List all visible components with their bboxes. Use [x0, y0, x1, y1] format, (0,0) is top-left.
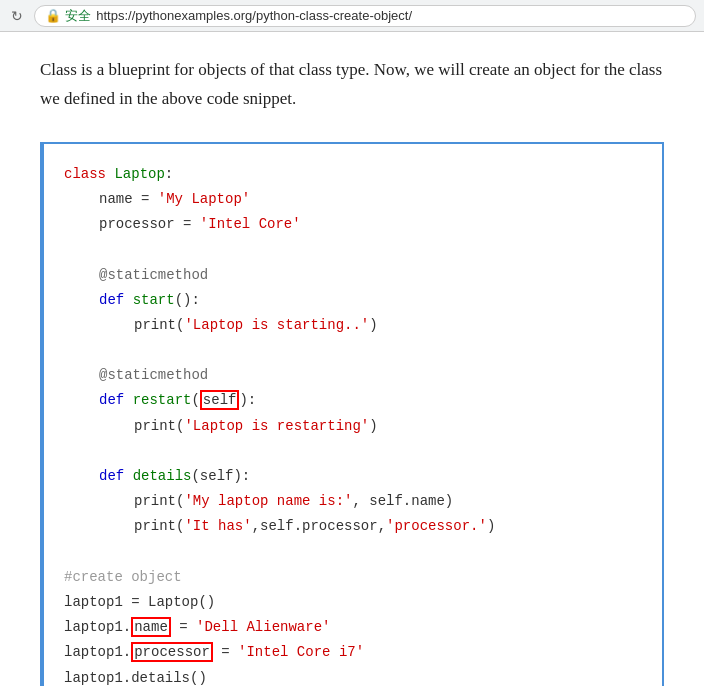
code-line-19: laptop1.name = 'Dell Alienware': [64, 615, 642, 640]
blank-line-2: [64, 338, 642, 363]
code-line-14: print('My laptop name is:', self.name): [134, 489, 642, 514]
refresh-icon[interactable]: ↻: [8, 7, 26, 25]
blank-line-1: [64, 237, 642, 262]
code-line-21: laptop1.details(): [64, 666, 642, 686]
lock-icon: 🔒: [45, 8, 61, 23]
code-line-18: laptop1 = Laptop(): [64, 590, 642, 615]
url-text: https://pythonexamples.org/python-class-…: [96, 8, 412, 23]
code-line-6: def start():: [99, 288, 642, 313]
code-line-10: def restart(self):: [99, 388, 642, 413]
code-line-3: processor = 'Intel Core': [99, 212, 642, 237]
blank-line-4: [64, 540, 642, 565]
code-line-13: def details(self):: [99, 464, 642, 489]
code-line-5: @staticmethod: [99, 263, 642, 288]
processor-highlight: processor: [131, 642, 213, 662]
code-block: class Laptop: name = 'My Laptop' process…: [40, 142, 664, 686]
code-line-15: print('It has',self.processor,'processor…: [134, 514, 642, 539]
code-line-7: print('Laptop is starting..'): [134, 313, 642, 338]
browser-bar: ↻ 🔒 安全 https://pythonexamples.org/python…: [0, 0, 704, 32]
blank-line-3: [64, 439, 642, 464]
code-line-9: @staticmethod: [99, 363, 642, 388]
code-line-20: laptop1.processor = 'Intel Core i7': [64, 640, 642, 665]
intro-paragraph: Class is a blueprint for objects of that…: [40, 56, 664, 114]
name-highlight: name: [131, 617, 171, 637]
security-label: 安全: [65, 7, 91, 25]
url-bar[interactable]: 🔒 安全 https://pythonexamples.org/python-c…: [34, 5, 696, 27]
code-line-2: name = 'My Laptop': [99, 187, 642, 212]
code-line-1: class Laptop:: [64, 162, 642, 187]
self-highlight-restart: self: [200, 390, 240, 410]
page-content: Class is a blueprint for objects of that…: [0, 32, 704, 686]
code-line-17: #create object: [64, 565, 642, 590]
code-line-11: print('Laptop is restarting'): [134, 414, 642, 439]
